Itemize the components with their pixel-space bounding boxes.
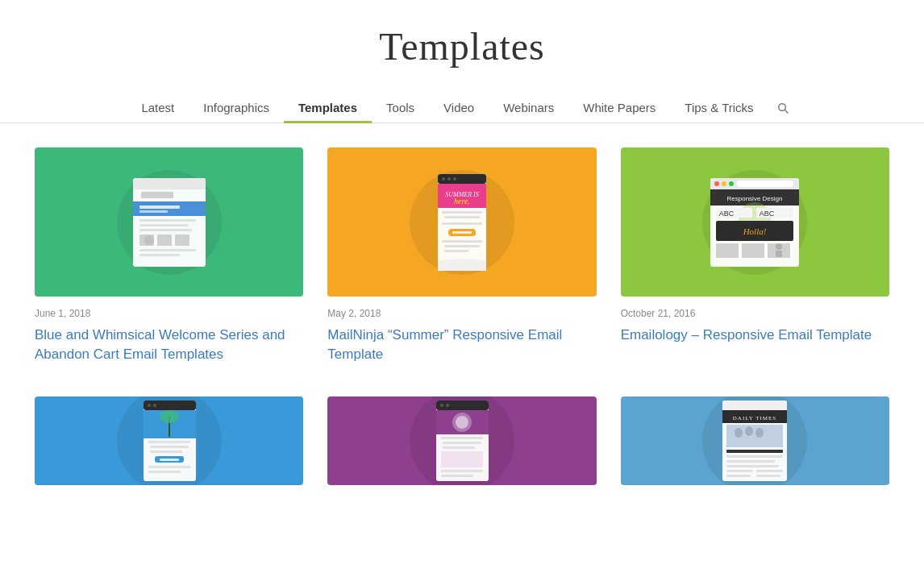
svg-rect-8	[139, 210, 168, 213]
svg-point-21	[447, 177, 451, 181]
svg-point-17	[144, 235, 154, 245]
svg-point-22	[453, 177, 456, 181]
svg-rect-93	[726, 470, 753, 472]
svg-rect-76	[443, 442, 481, 444]
svg-rect-49	[716, 243, 739, 258]
nav-item-video[interactable]: Video	[429, 93, 489, 122]
svg-rect-9	[139, 219, 196, 222]
card-2-title[interactable]: MailNinja “Summer” Responsive Email Temp…	[327, 326, 596, 364]
svg-rect-80	[441, 475, 473, 477]
search-icon[interactable]	[768, 93, 797, 122]
svg-rect-14	[175, 235, 189, 246]
svg-rect-50	[742, 243, 764, 258]
svg-rect-10	[139, 224, 188, 226]
svg-rect-94	[756, 470, 783, 472]
svg-rect-27	[444, 216, 480, 218]
card-1-date: June 1, 2018	[35, 308, 303, 319]
card-3[interactable]: Responsive Design ABC ABC Holla!	[621, 147, 889, 364]
svg-rect-13	[157, 235, 172, 246]
svg-point-88	[755, 428, 764, 438]
nav-item-templates[interactable]: Templates	[284, 93, 372, 122]
svg-rect-7	[139, 205, 180, 209]
svg-point-20	[442, 177, 445, 181]
svg-line-1	[785, 110, 788, 113]
svg-point-52	[776, 243, 782, 250]
svg-rect-82	[722, 401, 787, 410]
svg-point-87	[745, 426, 753, 436]
svg-text:DAILY TIMES: DAILY TIMES	[733, 415, 776, 421]
card-2[interactable]: SUMMER IS here.	[327, 147, 596, 364]
card-2-date: May 2, 2018	[327, 308, 596, 319]
nav-item-latest[interactable]: Latest	[127, 93, 189, 122]
svg-rect-39	[737, 181, 793, 187]
svg-rect-69	[436, 401, 489, 410]
svg-rect-31	[442, 240, 482, 243]
svg-point-37	[722, 181, 726, 186]
svg-rect-95	[726, 475, 751, 477]
svg-text:Responsive Design: Responsive Design	[727, 195, 783, 202]
svg-point-38	[729, 181, 734, 186]
svg-rect-16	[139, 254, 180, 256]
card-3-title[interactable]: Emailology – Responsive Email Template	[621, 326, 889, 345]
svg-rect-63	[150, 450, 182, 453]
svg-point-60	[160, 410, 179, 423]
svg-rect-28	[442, 222, 482, 225]
svg-rect-53	[776, 251, 782, 257]
svg-rect-55	[144, 401, 196, 410]
svg-rect-2	[133, 178, 206, 267]
svg-point-71	[446, 404, 449, 407]
svg-text:Holla!: Holla!	[743, 226, 767, 236]
svg-rect-75	[441, 437, 483, 439]
card-3-date: October 21, 2016	[621, 308, 889, 319]
svg-rect-92	[726, 465, 779, 467]
nav-item-tools[interactable]: Tools	[372, 93, 429, 122]
nav-item-white-papers[interactable]: White Papers	[568, 93, 670, 122]
nav-item-infographics[interactable]: Infographics	[189, 93, 284, 122]
card-5[interactable]	[327, 396, 596, 496]
svg-rect-11	[139, 229, 192, 231]
svg-point-70	[440, 404, 443, 407]
svg-rect-30	[452, 231, 472, 234]
cards-grid: June 1, 2018 Blue and Whimsical Welcome …	[35, 147, 889, 496]
svg-rect-15	[139, 249, 196, 251]
page-title: Templates	[16, 24, 908, 68]
svg-rect-67	[148, 471, 181, 473]
svg-text:ABC: ABC	[760, 210, 775, 218]
svg-rect-79	[441, 470, 483, 472]
card-1[interactable]: June 1, 2018 Blue and Whimsical Welcome …	[35, 147, 303, 364]
svg-rect-62	[150, 446, 189, 448]
svg-rect-78	[441, 451, 483, 467]
page-header: Templates	[0, 0, 924, 85]
card-1-title[interactable]: Blue and Whimsical Welcome Series and Ab…	[35, 326, 303, 364]
main-nav: Latest Infographics Templates Tools Vide…	[0, 85, 924, 123]
svg-rect-91	[726, 460, 775, 463]
card-4[interactable]	[35, 396, 303, 496]
svg-point-74	[456, 416, 468, 429]
svg-rect-32	[444, 245, 480, 247]
svg-rect-66	[148, 466, 190, 468]
svg-point-86	[735, 428, 743, 438]
svg-rect-33	[444, 250, 468, 252]
svg-rect-3	[133, 178, 206, 189]
svg-point-56	[148, 404, 151, 407]
nav-item-tips-tricks[interactable]: Tips & Tricks	[670, 93, 768, 122]
svg-rect-77	[443, 446, 475, 449]
main-content: June 1, 2018 Blue and Whimsical Welcome …	[19, 123, 905, 521]
svg-rect-96	[756, 475, 780, 477]
svg-point-57	[153, 404, 156, 407]
svg-rect-61	[148, 441, 190, 443]
svg-point-36	[714, 181, 719, 186]
card-6[interactable]: DAILY TIMES	[621, 396, 889, 496]
svg-rect-90	[726, 455, 783, 458]
nav-item-webinars[interactable]: Webinars	[489, 93, 568, 122]
svg-rect-65	[160, 459, 179, 461]
svg-rect-5	[141, 192, 173, 198]
svg-rect-89	[726, 450, 783, 453]
svg-rect-85	[726, 425, 783, 447]
svg-rect-26	[442, 211, 482, 214]
svg-text:ABC: ABC	[719, 210, 735, 218]
svg-text:here.: here.	[454, 197, 470, 205]
